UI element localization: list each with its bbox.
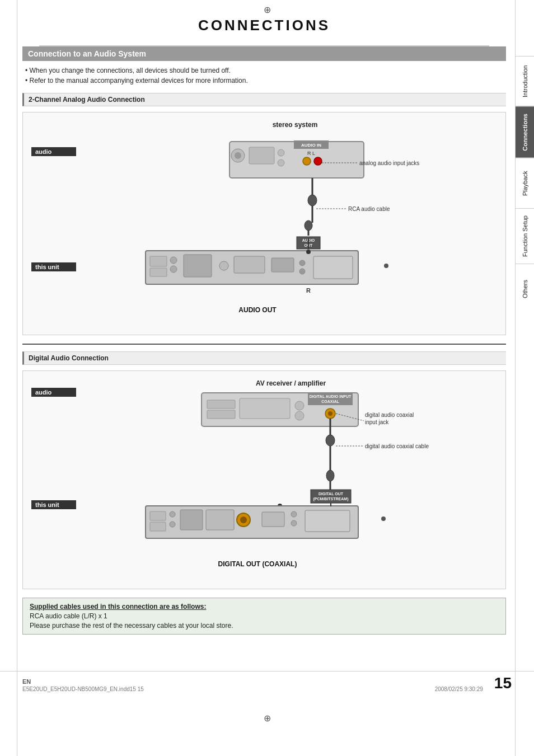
svg-point-4 [278, 149, 284, 156]
footer-lang: EN [22, 678, 144, 685]
svg-text:DIGITAL OUT (COAXIAL): DIGITAL OUT (COAXIAL) [218, 560, 297, 568]
svg-text:analog audio input jacks: analog audio input jacks [359, 160, 419, 166]
digital-audio-label: audio [31, 388, 76, 397]
svg-rect-72 [180, 510, 203, 530]
svg-point-75 [240, 516, 247, 523]
svg-point-22 [305, 220, 312, 231]
left-border [17, 0, 17, 756]
svg-point-70 [170, 511, 175, 517]
bullet-2: Refer to the manual accompanying externa… [25, 77, 506, 84]
svg-text:R: R [306, 287, 311, 294]
sidebar-item-introduction[interactable]: Introduction [516, 56, 534, 106]
svg-point-52 [326, 435, 335, 446]
svg-point-33 [299, 269, 305, 274]
digital-diagram: audio this unit AV receiver / amplifier [22, 370, 506, 589]
bottom-crosshair: ⊕ [264, 713, 271, 724]
svg-point-77 [291, 511, 297, 517]
svg-point-50 [328, 411, 332, 416]
footer-file: E5E20UD_E5H20UD-NB500MG9_EN.indd15 15 [22, 686, 144, 692]
svg-point-12 [308, 195, 317, 206]
svg-rect-41 [207, 400, 235, 408]
svg-point-29 [219, 261, 228, 270]
svg-point-26 [170, 257, 177, 264]
svg-rect-34 [313, 256, 353, 279]
svg-text:AUDIO IN: AUDIO IN [301, 143, 321, 148]
svg-rect-30 [234, 256, 265, 273]
analog-subsection-header: 2-Channel Analog Audio Connection [22, 93, 506, 106]
page-footer: EN E5E20UD_E5H20UD-NB500MG9_EN.indd15 15… [0, 671, 534, 695]
svg-rect-76 [262, 512, 284, 527]
svg-rect-31 [271, 258, 294, 272]
analog-this-unit-label: this unit [31, 262, 76, 271]
svg-text:AUDIO OUT: AUDIO OUT [238, 306, 277, 314]
analog-device-title: stereo system [93, 121, 497, 129]
svg-rect-79 [305, 510, 350, 532]
sidebar-item-function-setup[interactable]: Function Setup [516, 208, 534, 264]
svg-point-10 [314, 157, 322, 165]
supplied-cables-item-1: RCA audio cable (L/R) x 1 [30, 612, 499, 620]
top-crosshair: ⊕ [264, 4, 271, 15]
analog-connection-svg: AUDIO IN R L analog audio input jacks [90, 136, 493, 326]
svg-rect-42 [207, 410, 235, 419]
digital-device-title: AV receiver / amplifier [85, 379, 497, 387]
digital-connection-svg: DIGITAL AUDIO INPUT COAXIAL digital audi… [90, 390, 493, 580]
supplied-cables-box: Supplied cables used in this connection … [22, 598, 506, 635]
footer-date: 2008/02/25 9:30:29 [435, 686, 483, 692]
sidebar-item-connections[interactable]: Connections [516, 106, 534, 158]
svg-rect-24 [150, 256, 167, 266]
svg-point-5 [278, 159, 284, 166]
svg-rect-43 [240, 398, 290, 419]
svg-point-37 [306, 250, 311, 254]
svg-text:digital audio coaxial cable: digital audio coaxial cable [365, 443, 429, 449]
digital-this-unit-label: this unit [31, 500, 76, 509]
svg-point-78 [291, 520, 297, 526]
svg-text:(PCM/BITSTREAM): (PCM/BITSTREAM) [313, 497, 348, 501]
sidebar-item-others[interactable]: Others [516, 264, 534, 314]
page-number: 15 [494, 674, 512, 692]
svg-point-71 [170, 522, 175, 527]
svg-text:DIGITAL OUT: DIGITAL OUT [318, 492, 343, 496]
supplied-cables-title: Supplied cables used in this connection … [30, 603, 499, 611]
svg-rect-28 [184, 255, 212, 277]
svg-text:COAXIAL: COAXIAL [321, 400, 339, 403]
analog-audio-label: audio [31, 147, 76, 156]
right-sidebar: Introduction Connections Playback Functi… [515, 0, 534, 756]
section-header-audio: Connection to an Audio System [22, 46, 506, 61]
bullet-1: When you change the connections, all dev… [25, 67, 506, 74]
svg-point-32 [299, 260, 305, 266]
svg-point-44 [295, 401, 304, 410]
svg-rect-73 [206, 510, 234, 530]
svg-rect-68 [150, 511, 166, 520]
svg-text:DIGITAL AUDIO INPUT: DIGITAL AUDIO INPUT [309, 395, 351, 398]
supplied-cables-item-2: Please purchase the rest of the necessar… [30, 622, 499, 630]
svg-point-27 [170, 266, 177, 273]
svg-point-59 [326, 470, 334, 481]
svg-text:R    L: R L [307, 151, 315, 156]
svg-point-9 [303, 157, 311, 165]
intro-bullets: When you change the connections, all dev… [22, 67, 506, 84]
svg-point-45 [295, 411, 304, 420]
svg-point-2 [235, 152, 241, 159]
digital-subsection-header: Digital Audio Connection [22, 351, 506, 365]
svg-rect-69 [150, 522, 166, 531]
sidebar-item-playback[interactable]: Playback [516, 158, 534, 208]
svg-point-66 [381, 516, 386, 521]
svg-text:input jack: input jack [365, 419, 389, 425]
svg-text:RCA audio cable: RCA audio cable [348, 206, 390, 212]
section-divider [22, 344, 506, 345]
analog-diagram: stereo system audio this unit [22, 112, 506, 335]
svg-rect-3 [249, 147, 274, 164]
svg-text:digital audio coaxial: digital audio coaxial [365, 412, 414, 418]
svg-rect-25 [150, 268, 167, 276]
svg-point-39 [384, 264, 388, 268]
